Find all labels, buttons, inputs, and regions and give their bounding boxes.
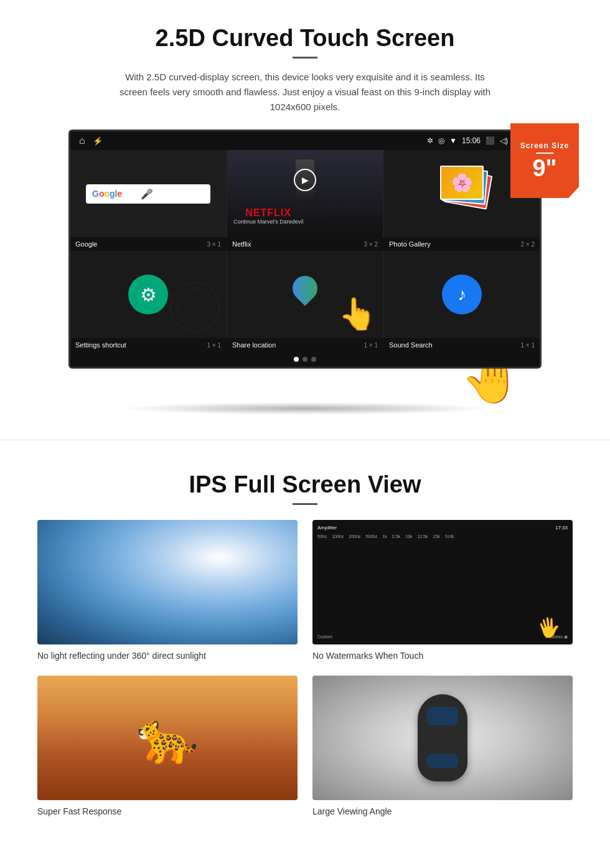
cheetah-icon: 🐆 [136, 709, 199, 767]
home-icon[interactable]: ⌂ [79, 135, 85, 146]
cheetah-label: Super Fast Response [37, 806, 298, 816]
share-location-label-name: Share location [232, 341, 276, 349]
badge-size: 9" [532, 156, 556, 180]
google-mic-icon: 🎤 [141, 188, 153, 200]
netflix-cell-inner: ▶ NETFLIX Continue Marvel's Daredevil [227, 150, 383, 237]
google-label: Google 3 × 1 [70, 237, 226, 251]
wifi-icon: ▼ [449, 136, 457, 145]
hu-app-grid-row2: ⚙ 👆 [70, 251, 540, 338]
hand-pointing-icon: 👆 [338, 296, 377, 332]
feature-sunlight: No light reflecting under 360° direct su… [37, 520, 298, 661]
settings-label-name: Settings shortcut [75, 341, 126, 349]
section2-title: IPS Full Screen View [37, 471, 573, 498]
usb-icon: ⚡ [93, 136, 103, 146]
amp-header: Amplifier 17:33 [317, 525, 568, 531]
netflix-logo-text: NETFLIX [233, 207, 303, 219]
badge-divider [536, 153, 553, 154]
title-divider [293, 57, 317, 59]
device-wrapper: Screen Size 9" ⌂ ⚡ ✲ ◎ ▼ 15:06 ⬛ ◁) ⊠ [68, 130, 542, 369]
share-location-label: Share location 1 × 1 [227, 338, 383, 352]
section-divider-hr [0, 440, 610, 440]
settings-label: Settings shortcut 1 × 1 [70, 338, 226, 352]
section1-description: With 2.5D curved-display screen, this de… [112, 70, 498, 115]
screen-size-badge: Screen Size 9" [510, 123, 579, 198]
settings-label-size: 1 × 1 [207, 342, 221, 349]
sound-search-cell[interactable]: ♪ [384, 251, 540, 338]
section1-title: 2.5D Curved Touch Screen [37, 25, 573, 52]
ips-title-divider [293, 503, 317, 505]
badge-label: Screen Size [520, 141, 569, 150]
netflix-content: ▶ NETFLIX Continue Marvel's Daredevil [227, 150, 383, 237]
feature-car: Large Viewing Angle [312, 676, 573, 816]
google-logo: Google [92, 189, 122, 199]
status-left: ⌂ ⚡ [79, 135, 103, 146]
section-ips: IPS Full Screen View No light reflecting… [0, 446, 610, 835]
netflix-label-size: 3 × 2 [364, 241, 378, 248]
cheetah-visual: 🐆 [37, 676, 298, 800]
settings-cell-inner: ⚙ [70, 251, 226, 338]
netflix-subtitle: Continue Marvel's Daredevil [233, 219, 303, 225]
dot-2 [303, 357, 307, 362]
bluetooth-icon: ✲ [427, 136, 433, 145]
feature-watermarks: Amplifier 17:33 60hz100hz200hz500hz1k2.5… [312, 520, 573, 661]
sound-search-label-size: 1 × 1 [520, 342, 535, 349]
sunlight-label: No light reflecting under 360° direct su… [37, 651, 298, 661]
hu-screen: ⌂ ⚡ ✲ ◎ ▼ 15:06 ⬛ ◁) ⊠ ▭ [68, 130, 542, 369]
car-shape [418, 694, 467, 781]
google-cell[interactable]: Google 🎤 [70, 150, 226, 237]
google-label-name: Google [75, 240, 97, 248]
amp-hand-icon: 🖐 [535, 615, 562, 640]
sunlight-image [37, 520, 298, 644]
watermarks-label: No Watermarks When Touch [312, 651, 573, 661]
hu-app-grid-row1: Google 🎤 [70, 150, 540, 237]
device-shadow [118, 402, 492, 415]
share-location-inner: 👆 [227, 251, 383, 338]
status-time: 15:06 [462, 136, 481, 145]
play-button[interactable]: ▶ [294, 169, 316, 191]
amplifier-visual: Amplifier 17:33 60hz100hz200hz500hz1k2.5… [312, 520, 573, 644]
google-label-size: 3 × 1 [207, 241, 221, 248]
dot-1 [294, 357, 299, 362]
google-search-bar[interactable]: Google 🎤 [86, 184, 210, 204]
photo-stack: 🌸 [434, 166, 490, 222]
car-visual [312, 676, 573, 800]
netflix-logo: NETFLIX Continue Marvel's Daredevil [233, 207, 303, 225]
share-location-label-size: 1 × 1 [364, 342, 378, 349]
photo-gallery-label-name: Photo Gallery [389, 240, 431, 248]
amp-time: 17:33 [555, 525, 568, 531]
hu-row1-labels: Google 3 × 1 Netflix 3 × 2 Photo Gallery… [70, 237, 540, 251]
page-indicator [70, 352, 540, 367]
sunlight-visual [37, 520, 298, 644]
camera-icon: ⬛ [486, 136, 495, 145]
amplifier-image: Amplifier 17:33 60hz100hz200hz500hz1k2.5… [312, 520, 573, 644]
share-location-cell[interactable]: 👆 [227, 251, 383, 338]
volume-icon: ◁) [500, 136, 508, 145]
settings-cell[interactable]: ⚙ [70, 251, 226, 338]
photo-gallery-label: Photo Gallery 2 × 2 [384, 237, 540, 251]
feature-grid: No light reflecting under 360° direct su… [37, 520, 573, 816]
flower-icon: 🌸 [451, 172, 473, 193]
dot-3 [311, 357, 316, 362]
netflix-label: Netflix 3 × 2 [227, 237, 383, 251]
photo-gallery-label-size: 2 × 2 [520, 241, 535, 248]
cheetah-image: 🐆 [37, 676, 298, 800]
netflix-label-name: Netflix [232, 240, 251, 248]
sound-search-label: Sound Search 1 × 1 [384, 338, 540, 352]
section-curved: 2.5D Curved Touch Screen With 2.5D curve… [0, 0, 610, 433]
location-icon: ◎ [438, 136, 444, 145]
sound-icon: ♪ [442, 275, 482, 314]
sound-search-label-name: Sound Search [389, 341, 433, 349]
photo-card-front: 🌸 [440, 166, 484, 200]
google-cell-inner: Google 🎤 [70, 150, 226, 237]
amp-title: Amplifier [317, 525, 337, 531]
hu-row2-labels: Settings shortcut 1 × 1 Share location 1… [70, 338, 540, 352]
settings-icon: ⚙ [128, 275, 168, 314]
amp-footer: Customloudness ◉ [317, 634, 568, 639]
hu-status-bar: ⌂ ⚡ ✲ ◎ ▼ 15:06 ⬛ ◁) ⊠ ▭ [70, 131, 540, 150]
maps-pin [288, 271, 323, 306]
maps-icon [289, 276, 321, 313]
car-windshield [427, 707, 458, 725]
netflix-cell[interactable]: ▶ NETFLIX Continue Marvel's Daredevil [227, 150, 383, 237]
feature-cheetah: 🐆 Super Fast Response [37, 676, 298, 816]
car-image [312, 676, 573, 800]
